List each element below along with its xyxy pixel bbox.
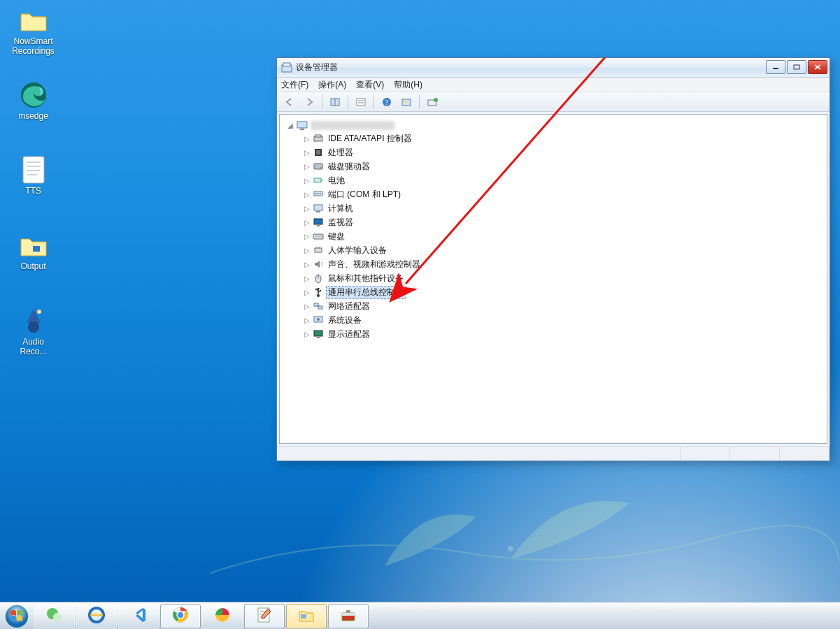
desktop-icon-tts[interactable]: TTS xyxy=(7,155,59,196)
expand-icon[interactable]: ▷ xyxy=(304,149,311,156)
status-cell xyxy=(277,447,681,461)
expand-icon[interactable]: ▷ xyxy=(304,261,311,268)
usb-icon xyxy=(313,287,324,298)
toolbar-help-button[interactable]: ? xyxy=(378,94,395,110)
system-icon xyxy=(313,314,324,326)
titlebar[interactable]: 设备管理器 xyxy=(277,58,830,78)
task-item-vscode[interactable] xyxy=(118,604,159,628)
notepadpp-icon xyxy=(255,606,273,626)
svg-point-58 xyxy=(317,318,320,321)
task-item-ie[interactable] xyxy=(76,604,117,628)
task-item-wechat[interactable] xyxy=(34,604,75,628)
tree-node-label: 系统设备 xyxy=(326,314,364,326)
vscode-icon xyxy=(129,606,148,626)
expand-icon[interactable]: ▷ xyxy=(304,135,311,142)
computer-root-icon xyxy=(297,120,308,131)
svg-rect-11 xyxy=(283,63,290,66)
maximize-button[interactable] xyxy=(787,60,806,74)
minimize-button[interactable] xyxy=(766,60,785,74)
tree-node-label: 电池 xyxy=(326,175,347,187)
tree-node[interactable]: ▷处理器 xyxy=(302,145,824,159)
close-button[interactable] xyxy=(808,60,827,74)
tree-node-label: 处理器 xyxy=(326,147,355,159)
computer-name-redacted xyxy=(311,121,394,130)
expand-icon[interactable]: ▷ xyxy=(304,247,311,254)
keyboard-icon xyxy=(313,231,324,242)
task-item-toolbox[interactable] xyxy=(328,604,369,628)
toolbar-show-hidden-button[interactable] xyxy=(327,94,343,110)
tree-node[interactable]: ▷监视器 xyxy=(302,215,824,229)
desktop-icon-output[interactable]: Output xyxy=(7,231,59,271)
expand-icon[interactable]: ▷ xyxy=(304,233,311,240)
toolbar-separator xyxy=(348,95,348,109)
menu-view[interactable]: 查看(V) xyxy=(356,79,384,91)
hid-icon xyxy=(313,245,324,256)
tree-node[interactable]: ▷系统设备 xyxy=(302,313,824,327)
toolbar-separator xyxy=(419,95,420,109)
svg-rect-23 xyxy=(402,99,411,106)
expand-icon[interactable]: ▷ xyxy=(304,303,311,310)
tree-node[interactable]: ▷计算机 xyxy=(302,201,824,215)
expand-icon[interactable]: ▷ xyxy=(304,275,311,282)
app-green-icon xyxy=(213,606,232,626)
desktop-icon-recordings[interactable]: NowSmartRecordings xyxy=(7,6,59,56)
tree-node[interactable]: ▷IDE ATA/ATAPI 控制器 xyxy=(302,131,824,145)
svg-point-69 xyxy=(177,612,184,619)
svg-rect-53 xyxy=(320,290,321,291)
tree-root-node[interactable]: ◢ xyxy=(287,119,824,131)
svg-rect-42 xyxy=(316,211,320,212)
desktop-icon-msedge[interactable]: msedge xyxy=(7,80,59,121)
collapse-icon[interactable]: ◢ xyxy=(287,122,294,129)
tree-node-label: 人体学输入设备 xyxy=(326,245,389,256)
desktop-icon-audioreco[interactable]: AudioReco... xyxy=(7,306,59,356)
expand-icon[interactable]: ▷ xyxy=(304,177,311,184)
svg-rect-41 xyxy=(314,205,322,210)
expand-icon[interactable]: ▷ xyxy=(304,317,311,324)
device-manager-window[interactable]: 设备管理器 文件(F) 操作(A) 查看(V) 帮助(H) ? xyxy=(276,57,830,461)
toolbar-scan-button[interactable] xyxy=(398,94,415,110)
menu-action[interactable]: 操作(A) xyxy=(318,79,346,91)
tree-node[interactable]: ▷网络适配器 xyxy=(302,299,824,313)
task-item-chrome[interactable] xyxy=(160,604,201,628)
taskbar[interactable] xyxy=(0,602,840,629)
tree-node[interactable]: ▷端口 (COM 和 LPT) xyxy=(302,187,824,201)
expand-icon[interactable]: ▷ xyxy=(304,289,311,296)
tree-node[interactable]: ▷人体学输入设备 xyxy=(302,243,824,257)
expand-icon[interactable]: ▷ xyxy=(304,205,311,212)
expand-icon[interactable]: ▷ xyxy=(304,163,311,170)
menu-help[interactable]: 帮助(H) xyxy=(394,79,422,91)
toolbar-properties-button[interactable] xyxy=(353,94,369,110)
tree-node[interactable]: ▷电池 xyxy=(302,173,824,187)
tree-node[interactable]: ▷通用串行总线控制器 xyxy=(302,285,824,299)
start-button[interactable] xyxy=(0,602,34,629)
svg-rect-13 xyxy=(794,65,799,69)
svg-point-0 xyxy=(508,546,513,551)
explorer-icon xyxy=(297,606,315,626)
tree-node[interactable]: ▷鼠标和其他指针设备 xyxy=(302,271,824,285)
svg-rect-7 xyxy=(33,246,40,252)
svg-text:?: ? xyxy=(385,99,389,106)
svg-rect-27 xyxy=(297,122,307,128)
svg-rect-60 xyxy=(317,337,320,338)
task-item-notepadpp[interactable] xyxy=(244,604,285,628)
desktop-icon-label: msedge xyxy=(7,111,59,121)
expand-icon[interactable]: ▷ xyxy=(304,331,311,338)
cpu-icon xyxy=(313,147,324,158)
task-item-explorer[interactable] xyxy=(286,604,327,628)
tree-node[interactable]: ▷键盘 xyxy=(302,229,824,243)
toolbar-update-driver-button[interactable] xyxy=(424,94,441,110)
expand-icon[interactable]: ▷ xyxy=(304,191,311,198)
folder-icon xyxy=(17,231,50,260)
desktop[interactable]: NowSmartRecordings msedge TTS Output Aud… xyxy=(0,0,840,602)
toolbox-icon xyxy=(339,606,357,626)
tree-node[interactable]: ▷声音、视频和游戏控制器 xyxy=(302,257,824,271)
status-cell xyxy=(681,447,730,461)
tree-node[interactable]: ▷磁盘驱动器 xyxy=(302,159,824,173)
port-icon xyxy=(313,189,324,200)
expand-icon[interactable]: ▷ xyxy=(304,219,311,226)
task-item-app-green[interactable] xyxy=(202,604,243,628)
device-tree-panel[interactable]: ◢ ▷IDE ATA/ATAPI 控制器▷处理器▷磁盘驱动器▷电池▷端口 (CO… xyxy=(279,114,827,444)
tree-node[interactable]: ▷显示适配器 xyxy=(302,327,824,341)
computer-icon xyxy=(313,203,324,214)
menu-file[interactable]: 文件(F) xyxy=(281,79,308,91)
